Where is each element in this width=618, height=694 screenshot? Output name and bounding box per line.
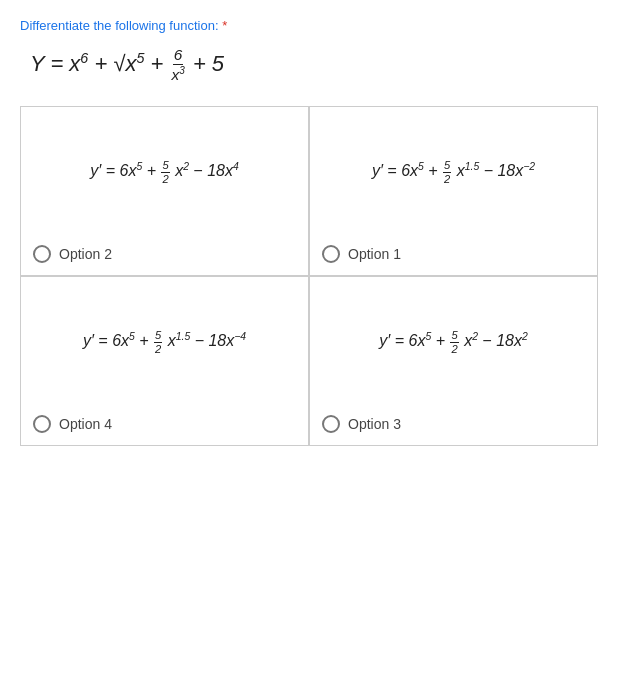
option1-label-row[interactable]: Option 1 (310, 237, 597, 275)
option1-radio[interactable] (322, 245, 340, 263)
option4-formula: y′ = 6x5 + 52 x1.5 − 18x−4 (21, 277, 308, 407)
option2-cell: y′ = 6x5 + 52 x2 − 18x4 Option 2 (20, 106, 309, 276)
option4-cell: y′ = 6x5 + 52 x1.5 − 18x−4 Option 4 (20, 276, 309, 446)
function-expression: Y = x6 + √x5 + 6 x3 + 5 (30, 51, 224, 76)
option2-formula: y′ = 6x5 + 52 x2 − 18x4 (21, 107, 308, 237)
option4-radio[interactable] (33, 415, 51, 433)
required-marker: * (222, 18, 227, 33)
options-grid: y′ = 6x5 + 52 x2 − 18x4 Option 2 y′ = 6x… (20, 106, 598, 446)
question-label: Differentiate the following function: * (20, 18, 598, 33)
option3-radio[interactable] (322, 415, 340, 433)
option2-label: Option 2 (59, 246, 112, 262)
option1-formula: y′ = 6x5 + 52 x1.5 − 18x−2 (310, 107, 597, 237)
option3-label: Option 3 (348, 416, 401, 432)
option3-formula: y′ = 6x5 + 52 x2 − 18x2 (310, 277, 597, 407)
option1-label: Option 1 (348, 246, 401, 262)
option2-radio[interactable] (33, 245, 51, 263)
question-text: Differentiate the following function: (20, 18, 219, 33)
option1-cell: y′ = 6x5 + 52 x1.5 − 18x−2 Option 1 (309, 106, 598, 276)
option3-cell: y′ = 6x5 + 52 x2 − 18x2 Option 3 (309, 276, 598, 446)
option2-label-row[interactable]: Option 2 (21, 237, 308, 275)
option4-label: Option 4 (59, 416, 112, 432)
option3-label-row[interactable]: Option 3 (310, 407, 597, 445)
option4-label-row[interactable]: Option 4 (21, 407, 308, 445)
function-display: Y = x6 + √x5 + 6 x3 + 5 (20, 47, 598, 84)
